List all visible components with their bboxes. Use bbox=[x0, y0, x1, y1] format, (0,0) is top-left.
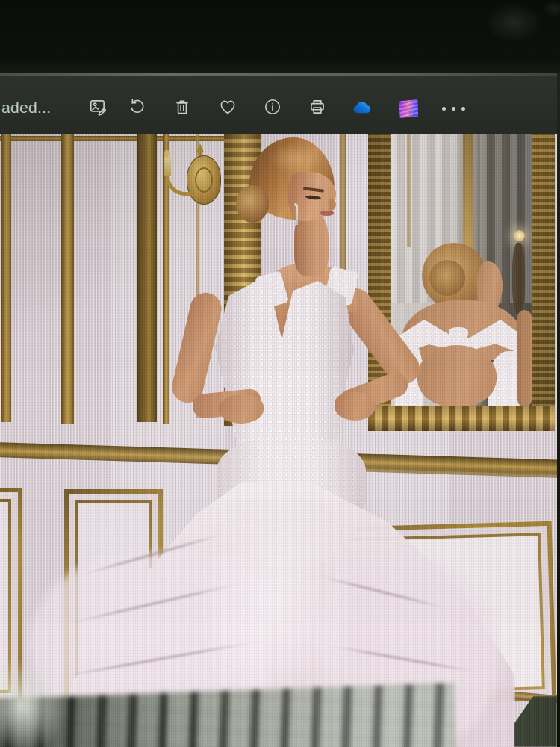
reflected-gold-line bbox=[407, 134, 411, 247]
bride-hand-on-hip-left bbox=[219, 395, 264, 424]
onedrive-cloud-icon bbox=[352, 97, 374, 120]
edit-image-button[interactable] bbox=[83, 93, 113, 123]
bride-hand-on-hip-right bbox=[335, 392, 376, 421]
reflected-sconce-light bbox=[514, 230, 525, 241]
rotate-button[interactable] bbox=[122, 93, 152, 123]
colorful-app-icon bbox=[399, 99, 418, 118]
reflection-keyhole-back bbox=[417, 345, 497, 407]
foreground-dark-corner bbox=[514, 696, 557, 747]
bride-hair-bun bbox=[236, 185, 269, 223]
filename-title-truncated: aded... bbox=[1, 99, 51, 117]
bride-neck bbox=[294, 211, 329, 276]
reflection-back-bow bbox=[449, 327, 468, 339]
print-icon bbox=[308, 97, 327, 120]
mirror-frame-bottom bbox=[368, 406, 555, 431]
rotate-icon bbox=[128, 97, 147, 120]
bride-nose bbox=[329, 199, 336, 211]
onedrive-button[interactable] bbox=[348, 93, 378, 123]
wall-sconce-arm bbox=[166, 173, 193, 196]
edit-image-icon bbox=[88, 97, 108, 120]
print-button[interactable] bbox=[302, 93, 332, 123]
photo-canvas[interactable] bbox=[0, 134, 557, 747]
bride-earring-drop bbox=[296, 205, 298, 225]
reflection-bride-arm bbox=[517, 310, 532, 407]
wall-gold-strip bbox=[1, 134, 11, 422]
delete-button[interactable] bbox=[167, 93, 197, 123]
screen-bezel-right bbox=[557, 73, 560, 747]
favorite-button[interactable] bbox=[213, 93, 243, 123]
see-more-button[interactable] bbox=[438, 93, 468, 123]
wall-sconce-detail bbox=[195, 167, 213, 193]
favorite-heart-icon bbox=[218, 97, 237, 120]
reflection-bride-bun bbox=[429, 260, 465, 296]
bride-lips bbox=[320, 211, 334, 216]
wall-gold-strip bbox=[137, 134, 157, 422]
delete-trash-icon bbox=[172, 97, 192, 120]
bride-hair-highlight bbox=[269, 143, 321, 173]
wall-gold-strip bbox=[61, 134, 74, 424]
screen-bezel-top bbox=[0, 0, 560, 73]
wall-sconce-bulb bbox=[164, 150, 170, 158]
file-info-button[interactable] bbox=[258, 93, 287, 123]
photo-viewer-toolbar: aded... bbox=[0, 76, 557, 134]
reflected-sconce-body bbox=[512, 243, 525, 314]
info-icon bbox=[263, 97, 282, 120]
see-more-ellipsis-icon bbox=[442, 107, 465, 111]
colorful-app-button[interactable] bbox=[393, 93, 423, 123]
wall-top-gold-rail bbox=[0, 136, 250, 141]
wall-sconce-candle bbox=[164, 157, 171, 176]
